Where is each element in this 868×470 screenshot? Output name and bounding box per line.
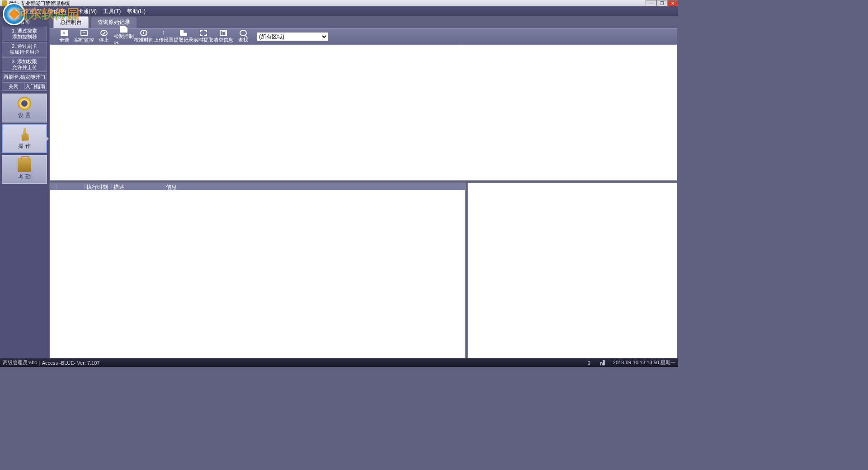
area-select[interactable]: (所有区域) — [257, 32, 328, 41]
status-db: Access -BLUE- Ver: 7.107 — [42, 360, 100, 366]
guide-close-button[interactable]: 关闭 — [3, 84, 25, 89]
status-bar: 高级管理员:abc | Access -BLUE- Ver: 7.107 0 2… — [0, 358, 678, 367]
log-col-blank2 — [57, 183, 85, 190]
app-icon — [2, 0, 7, 6]
clock-icon — [140, 30, 147, 36]
guide-link-button[interactable]: 入门指南 — [25, 84, 46, 89]
area-select-wrap: (所有区域) — [257, 32, 328, 41]
menu-bar: 设置(S) 操作(P) 一卡通(M) 工具(T) 帮助(H) — [0, 6, 678, 16]
tab-console[interactable]: 总控制台 — [53, 16, 89, 28]
select-all-icon — [61, 30, 68, 36]
menu-onecard[interactable]: 一卡通(M) — [72, 8, 97, 15]
stop-icon — [100, 30, 108, 36]
log-header: 执行时刻 描述 信息 — [50, 183, 465, 190]
menu-tools[interactable]: 工具(T) — [103, 8, 121, 15]
trash-icon — [220, 30, 227, 36]
panel-side — [467, 183, 677, 358]
network-icon — [599, 360, 605, 366]
toolbar: 全选 实时监控 停止 检测控制器 校准时间 上传设置 提取记录 实时提取 清空信… — [50, 28, 677, 44]
minimize-button[interactable]: — — [646, 0, 656, 6]
tool-upload-settings[interactable]: 上传设置 — [154, 30, 174, 43]
menu-help[interactable]: 帮助(H) — [127, 8, 146, 15]
gear-icon — [18, 97, 31, 110]
log-col-blank1 — [50, 183, 57, 190]
log-col-time[interactable]: 执行时刻 — [85, 183, 112, 190]
tool-clear-info[interactable]: 清空信息 — [213, 30, 233, 43]
panel-log: 执行时刻 描述 信息 — [50, 183, 466, 358]
tool-detect-controller[interactable]: 检测控制器 — [114, 26, 134, 47]
tool-realtime-extract[interactable]: 实时提取 — [193, 30, 213, 43]
realtime-extract-icon — [200, 30, 207, 36]
nav-label: 操 作 — [18, 142, 30, 150]
nav-label: 考 勤 — [18, 173, 30, 181]
panel-controllers — [50, 44, 677, 181]
tool-stop[interactable]: 停止 — [94, 30, 114, 43]
upload-icon — [160, 30, 167, 36]
log-col-info[interactable]: 信息 — [164, 183, 465, 190]
guide-title: 指南 — [2, 18, 47, 26]
status-user: 高级管理员:abc — [3, 359, 37, 366]
nav-attendance[interactable]: 考 勤 — [2, 155, 47, 184]
guide-close-row: 关闭 入门指南 — [2, 82, 47, 91]
hand-icon — [18, 127, 31, 141]
guide-step-3[interactable]: 3. 添加权限允许并上传 — [2, 57, 47, 72]
panel-row: 执行时刻 描述 信息 — [50, 183, 677, 358]
tool-calibrate-time[interactable]: 校准时间 — [134, 30, 154, 43]
window-controls: — ❐ ✕ — [646, 0, 678, 6]
menu-operate[interactable]: 操作(P) — [48, 8, 66, 15]
title-bar: 微耕 专业智能门禁管理系统 — ❐ ✕ — [0, 0, 678, 6]
tool-extract-records[interactable]: 提取记录 — [174, 30, 193, 43]
nav-label: 设 置 — [18, 112, 30, 119]
main-area: 总控制台 查询原始记录 全选 实时监控 停止 检测控制器 校准时间 上传设置 提… — [49, 16, 678, 358]
nav-settings[interactable]: 设 置 — [2, 94, 47, 122]
log-col-desc[interactable]: 描述 — [112, 183, 164, 190]
search-icon — [240, 30, 247, 36]
tool-find[interactable]: 查找 — [233, 30, 253, 43]
window-title: 微耕 专业智能门禁管理系统 — [9, 0, 70, 7]
tool-realtime-monitor[interactable]: 实时监控 — [74, 30, 94, 43]
nav-operate[interactable]: 操 作 — [2, 124, 47, 153]
briefcase-icon — [18, 158, 31, 172]
close-button[interactable]: ✕ — [667, 0, 678, 6]
tool-select-all[interactable]: 全选 — [54, 30, 74, 43]
guide-step-1[interactable]: 1. 通过搜索添加控制器 — [2, 27, 47, 41]
detect-icon — [120, 26, 127, 33]
guide-reswipe[interactable]: 再刷卡,确定能开门 — [2, 73, 47, 81]
sidebar: 指南 1. 通过搜索添加控制器 2. 通过刷卡添加持卡用户 3. 添加权限允许并… — [0, 16, 49, 358]
menu-settings[interactable]: 设置(S) — [24, 8, 42, 15]
tab-row: 总控制台 查询原始记录 — [50, 17, 677, 28]
extract-icon — [180, 30, 187, 36]
monitor-icon — [80, 30, 88, 36]
maximize-button[interactable]: ❐ — [656, 0, 667, 6]
guide-step-2[interactable]: 2. 通过刷卡添加持卡用户 — [2, 42, 47, 56]
status-datetime: 2018-09-10 13:13:50 星期一 — [613, 359, 675, 366]
status-count: 0 — [588, 360, 590, 366]
